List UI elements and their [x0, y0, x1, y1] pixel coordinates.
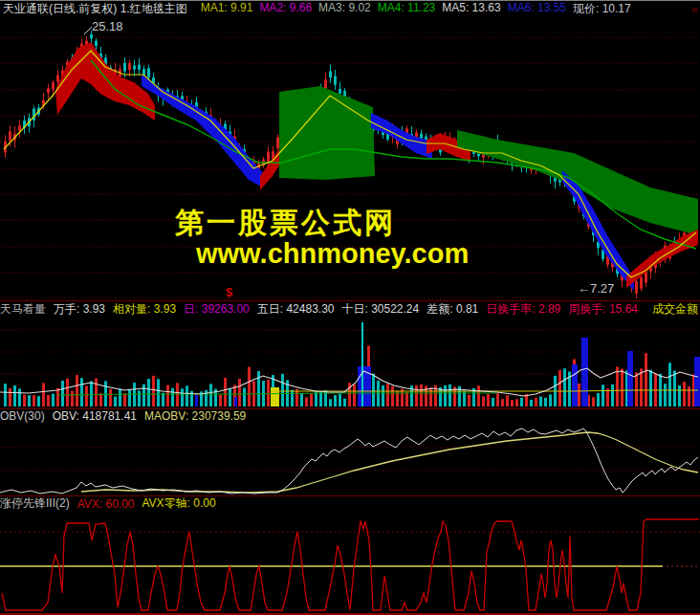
stock-app-window: 天业通联(日线.前复权) 1.红地毯主图 MA1: 9.91MA2: 9.66M…: [0, 0, 700, 615]
volume-indicator-header: 天马看量万手: 3.93相对量: 3.93日: 39263.00五日: 4248…: [0, 300, 700, 318]
header-field: 周换手: 15.64: [568, 301, 638, 318]
chart-title: 天业通联(日线.前复权) 1.红地毯主图: [3, 1, 187, 17]
header-field: 日换手率: 2.89: [486, 301, 560, 318]
title-bar: 天业通联(日线.前复权) 1.红地毯主图 MA1: 9.91MA2: 9.66M…: [0, 0, 700, 17]
watermark-site-name: 第一股票公式网: [175, 204, 396, 243]
avx-panel[interactable]: [0, 511, 700, 613]
header-field: MA5: 13.63: [442, 1, 500, 17]
peak-price-label: 25.18: [92, 19, 123, 33]
header-field: 天马看量: [0, 301, 46, 318]
header-field: MA6: 13.55: [508, 1, 566, 17]
header-field: AVX: 60.00: [77, 497, 135, 511]
header-field: 万手: 3.93: [54, 301, 105, 318]
header-field: MA3: 9.02: [318, 1, 371, 17]
ma-values: MA1: 9.91MA2: 9.66MA3: 9.02MA4: 11.23MA5…: [201, 1, 638, 17]
header-field: MAOBV: 230739.59: [144, 409, 246, 423]
collapse-arrow-icon[interactable]: «: [691, 2, 698, 16]
header-field: 十日: 30522.24: [342, 301, 420, 318]
trough-price-label: ←7.27: [578, 281, 614, 296]
watermark-site-url: www.chnmoney.com: [196, 238, 469, 270]
main-candlestick-chart[interactable]: 第一股票公式网 www.chnmoney.com 25.18 ←7.27 $: [0, 17, 700, 300]
header-field: 差额: 0.81: [427, 301, 478, 318]
header-field: 相对量: 3.93: [113, 301, 176, 318]
avx-chart-canvas: [0, 511, 700, 613]
header-field: 现价: 10.17: [573, 1, 631, 17]
volume-chart-canvas: [0, 318, 700, 408]
header-field: 日: 39263.00: [184, 301, 250, 318]
header-field: OBV(30): [0, 409, 45, 423]
obv-panel[interactable]: [0, 423, 700, 495]
avx-indicator-header: 涨停先锋III(2)AVX: 60.00AVX零轴: 0.00: [0, 495, 700, 511]
obv-chart-canvas: [0, 423, 700, 495]
header-field: MA4: 11.23: [378, 1, 435, 17]
volume-panel[interactable]: [0, 318, 700, 408]
header-field: 涨停先锋III(2): [0, 495, 70, 511]
header-field: MA2: 9.66: [259, 1, 312, 17]
header-field: 五日: 42483.30: [257, 301, 335, 318]
header-field: OBV: 418781.41: [53, 409, 137, 423]
obv-indicator-header: OBV(30)OBV: 418781.41MAOBV: 230739.59: [0, 408, 700, 423]
header-field: AVX零轴: 0.00: [142, 495, 216, 511]
header-field: MA1: 9.91: [201, 1, 253, 17]
dollar-marker-icon: $: [226, 285, 232, 299]
header-field: 成交金额: [652, 301, 698, 318]
